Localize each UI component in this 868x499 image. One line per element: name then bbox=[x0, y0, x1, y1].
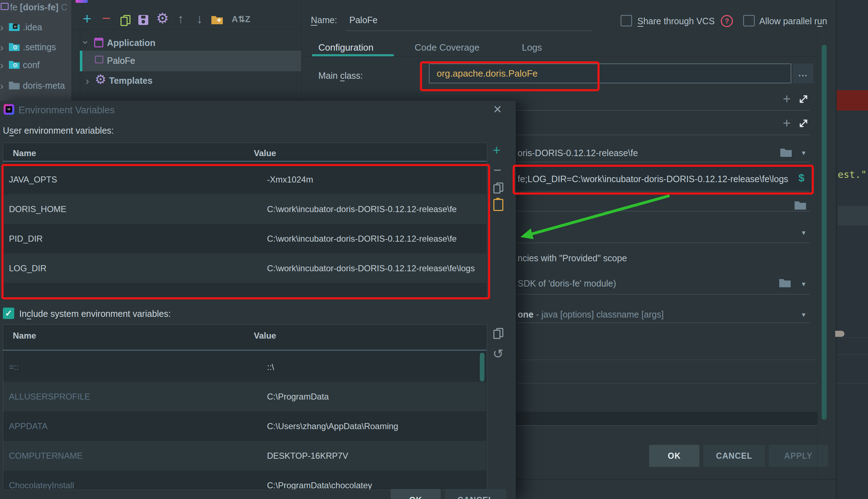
tree-item-conf[interactable]: conf bbox=[23, 60, 40, 70]
intellij-logo-icon bbox=[76, 0, 88, 3]
idea-folder-icon: IJ bbox=[9, 22, 20, 33]
annotation-box-main-class bbox=[420, 61, 600, 91]
tree-item-doris-meta[interactable]: doris-meta bbox=[23, 81, 65, 91]
move-down-icon[interactable]: ↓ bbox=[196, 11, 203, 26]
env-var-value: C:\ProgramData\chocolatey bbox=[267, 480, 486, 490]
tree-item-idea[interactable]: .idea bbox=[23, 22, 42, 32]
before-launch-field[interactable] bbox=[516, 412, 817, 426]
tree-item-settings[interactable]: .settings bbox=[23, 42, 56, 52]
move-up-icon[interactable]: ↑ bbox=[178, 11, 184, 26]
chevron-right-icon[interactable]: › bbox=[86, 76, 89, 86]
header-divider bbox=[3, 161, 487, 162]
dialog-ok-button[interactable]: OK bbox=[391, 489, 441, 499]
shorten-underline bbox=[517, 323, 810, 323]
allow-parallel-label: Allow parallel run bbox=[759, 16, 827, 26]
column-header-value[interactable]: Value bbox=[254, 148, 276, 158]
expand-icon[interactable] bbox=[798, 118, 809, 130]
config-item-palofe[interactable]: PaloFe bbox=[107, 56, 135, 66]
dialog-title: Environment Variables bbox=[19, 105, 115, 116]
shorten-command-line-select[interactable]: one - java [options] classname [args] bbox=[518, 309, 664, 320]
chevron-right-icon[interactable]: › bbox=[0, 81, 4, 91]
dialog-cancel-button[interactable]: CANCEL bbox=[445, 489, 506, 499]
table-row[interactable]: =::::\ bbox=[3, 352, 486, 382]
intellij-badge-icon: IJ bbox=[13, 24, 17, 29]
column-header-name[interactable]: Name bbox=[13, 148, 36, 158]
add-config-icon[interactable]: + bbox=[83, 11, 92, 26]
paste-vars-icon[interactable] bbox=[493, 199, 503, 211]
remove-config-icon[interactable]: − bbox=[102, 11, 111, 26]
name-input-underline bbox=[346, 31, 592, 31]
tabs-divider bbox=[301, 56, 817, 57]
config-group-application[interactable]: Application bbox=[107, 38, 155, 48]
vm-options-underline bbox=[517, 110, 810, 110]
table-row[interactable]: APPDATAC:\Users\zhang\AppData\Roaming bbox=[3, 411, 486, 441]
save-config-icon[interactable] bbox=[138, 15, 148, 25]
edit-templates-gear-icon[interactable]: ⚙ bbox=[156, 10, 169, 26]
chevron-down-icon[interactable]: › bbox=[81, 41, 91, 44]
project-root[interactable]: fe [doris-fe] C bbox=[10, 2, 67, 12]
tab-configuration[interactable]: Configuration bbox=[318, 42, 374, 53]
selection-accent-bar bbox=[80, 51, 82, 71]
intellij-badge-icon: IJ bbox=[6, 106, 12, 113]
include-system-label: Include system environment variables: bbox=[19, 309, 171, 319]
annotation-box-user-vars bbox=[1, 164, 490, 299]
table-row[interactable]: ALLUSERSPROFILEC:\ProgramData bbox=[3, 382, 486, 411]
templates-gear-icon: ⚙ bbox=[95, 72, 106, 87]
apply-button[interactable]: APPLY bbox=[769, 445, 828, 467]
project-root-name: [doris-fe] bbox=[20, 2, 58, 12]
remove-var-icon[interactable]: − bbox=[493, 163, 501, 177]
browse-class-button[interactable]: ... bbox=[793, 63, 813, 83]
env-var-value: ::\ bbox=[267, 362, 486, 372]
palofe-config-icon bbox=[95, 56, 103, 63]
chevron-right-icon[interactable]: › bbox=[0, 60, 4, 71]
name-label: Name: bbox=[311, 15, 337, 25]
browse-folder-icon[interactable] bbox=[780, 148, 792, 159]
cancel-button[interactable]: CANCEL bbox=[703, 445, 765, 467]
expand-icon[interactable] bbox=[798, 93, 809, 106]
copy-vars-icon[interactable] bbox=[493, 328, 503, 338]
dropdown-arrow-icon[interactable]: ▼ bbox=[801, 312, 807, 319]
new-folder-icon[interactable]: + bbox=[211, 15, 223, 26]
add-var-icon[interactable]: + bbox=[493, 143, 500, 157]
browse-folder-icon[interactable] bbox=[794, 200, 806, 211]
system-vars-rows: =::::\ALLUSERSPROFILEC:\ProgramDataAPPDA… bbox=[3, 352, 486, 489]
close-icon[interactable]: × bbox=[493, 102, 502, 116]
chevron-right-icon[interactable]: › bbox=[0, 42, 4, 53]
tab-code-coverage[interactable]: Code Coverage bbox=[415, 42, 479, 53]
browse-folder-icon[interactable] bbox=[779, 278, 791, 289]
allow-parallel-checkbox[interactable] bbox=[743, 15, 755, 26]
table-scrollbar[interactable] bbox=[480, 353, 484, 381]
expand-field-plus-icon[interactable]: + bbox=[783, 93, 791, 104]
dropdown-arrow-icon[interactable]: ▼ bbox=[801, 150, 807, 157]
editor-block bbox=[838, 206, 868, 226]
chevron-right-icon[interactable]: › bbox=[0, 22, 4, 33]
settings-folder-icon: ⚙ bbox=[9, 42, 20, 53]
settings-folder-icon: ⚙ bbox=[9, 60, 20, 71]
dropdown-arrow-icon[interactable]: ▼ bbox=[801, 230, 807, 237]
copy-config-icon[interactable] bbox=[120, 15, 130, 25]
name-input[interactable]: PaloFe bbox=[349, 15, 377, 25]
dropdown-arrow-icon[interactable]: ▼ bbox=[801, 281, 807, 288]
config-item-templates[interactable]: Templates bbox=[109, 76, 153, 86]
project-root-icon bbox=[1, 3, 9, 10]
copy-vars-icon[interactable] bbox=[493, 182, 503, 192]
env-var-name: APPDATA bbox=[3, 421, 267, 431]
tab-logs[interactable]: Logs bbox=[522, 42, 542, 53]
refresh-vars-icon[interactable]: ↺ bbox=[493, 346, 503, 361]
column-header-name[interactable]: Name bbox=[13, 331, 36, 341]
window-scrollbar[interactable] bbox=[822, 45, 827, 420]
include-system-checkbox[interactable]: ✓ bbox=[3, 308, 14, 319]
column-header-value[interactable]: Value bbox=[254, 331, 276, 341]
share-vcs-checkbox[interactable] bbox=[621, 15, 632, 26]
table-row[interactable]: ChocolateyInstallC:\ProgramData\chocolat… bbox=[3, 470, 486, 489]
working-directory-input[interactable]: oris-DORIS-0.12.12-release\fe bbox=[518, 148, 638, 158]
sort-alphabetically-icon[interactable]: A⇅Z bbox=[232, 14, 250, 24]
editor-gutter-dot bbox=[835, 331, 844, 337]
expand-field-plus-icon[interactable]: + bbox=[783, 118, 791, 128]
ok-button[interactable]: OK bbox=[649, 445, 699, 467]
help-icon[interactable]: ? bbox=[721, 15, 733, 27]
jre-input[interactable]: SDK of 'doris-fe' module) bbox=[518, 278, 616, 289]
gear-badge-icon: ⚙ bbox=[12, 44, 18, 51]
table-row[interactable]: COMPUTERNAMEDESKTOP-16KRP7V bbox=[3, 441, 486, 470]
share-vcs-label: Share through VCS bbox=[637, 16, 715, 26]
